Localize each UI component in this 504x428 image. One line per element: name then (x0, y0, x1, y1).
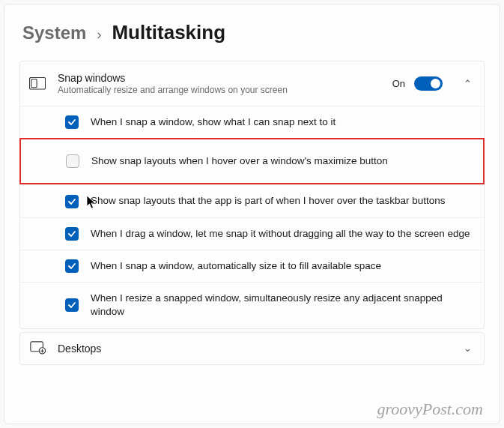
desktops-title: Desktops (58, 343, 452, 355)
breadcrumb-parent[interactable]: System (22, 22, 86, 43)
page-title: Multitasking (112, 21, 225, 44)
snap-windows-icon (29, 76, 46, 92)
snap-option-show-next[interactable]: When I snap a window, show what I can sn… (20, 106, 484, 138)
snap-windows-title: Snap windows (58, 72, 392, 84)
breadcrumb: System › Multitasking (19, 21, 485, 44)
snap-option-resize-adjacent[interactable]: When I resize a snapped window, simultan… (20, 282, 484, 328)
svg-rect-1 (31, 79, 37, 88)
snap-option-taskbar-hover[interactable]: Show snap layouts that the app is part o… (20, 184, 484, 217)
snap-option-drag-edge[interactable]: When I drag a window, let me snap it wit… (20, 217, 484, 250)
option-label: When I resize a snapped window, simultan… (91, 292, 472, 319)
option-label: When I drag a window, let me snap it wit… (91, 227, 470, 241)
checkbox-unchecked-icon[interactable] (66, 154, 79, 168)
chevron-right-icon: › (97, 27, 101, 43)
desktops-icon (29, 340, 46, 357)
snap-toggle-label: On (392, 78, 405, 89)
desktops-card[interactable]: Desktops ⌄ (19, 332, 485, 365)
option-label: When I snap a window, automatically size… (91, 259, 381, 273)
checkbox-checked-icon[interactable] (65, 298, 79, 312)
option-label: When I snap a window, show what I can sn… (91, 115, 336, 129)
snap-windows-subtitle: Automatically resize and arrange windows… (58, 85, 392, 95)
chevron-down-icon: ⌄ (464, 343, 472, 354)
checkbox-checked-icon[interactable] (65, 227, 79, 241)
option-label: Show snap layouts when I hover over a wi… (91, 154, 388, 168)
snap-toggle[interactable] (414, 76, 443, 91)
checkbox-checked-icon[interactable] (65, 259, 79, 273)
checkbox-checked-icon[interactable] (65, 115, 79, 129)
snap-option-auto-size[interactable]: When I snap a window, automatically size… (20, 250, 484, 282)
snap-windows-card: Snap windows Automatically resize and ar… (19, 61, 485, 329)
snap-option-hover-maximize[interactable]: Show snap layouts when I hover over a wi… (19, 138, 485, 184)
snap-windows-header[interactable]: Snap windows Automatically resize and ar… (20, 61, 484, 106)
chevron-up-icon: ⌃ (464, 78, 472, 89)
checkbox-checked-icon[interactable] (65, 195, 79, 208)
watermark: groovyPost.com (377, 400, 483, 419)
option-label: Show snap layouts that the app is part o… (91, 194, 446, 208)
